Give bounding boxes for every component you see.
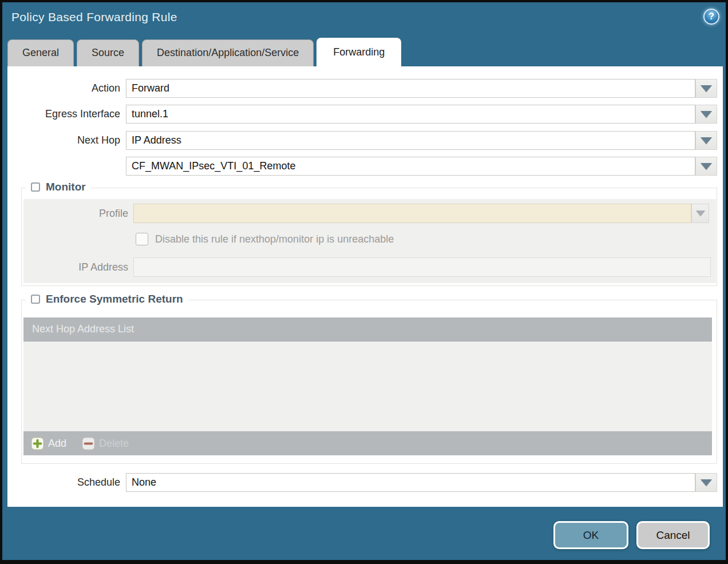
chevron-down-icon xyxy=(696,210,705,216)
disable-rule-label: Disable this rule if nexthop/monitor ip … xyxy=(155,233,394,246)
schedule-value: None xyxy=(132,476,156,488)
next-hop-type-dropdown[interactable]: IP Address xyxy=(126,131,695,150)
monitor-section: Monitor Profile Disable this rule if nex… xyxy=(21,188,717,286)
add-button[interactable]: Add xyxy=(31,437,66,450)
profile-dropdown-button xyxy=(691,204,709,223)
schedule-dropdown-button[interactable] xyxy=(695,473,717,492)
monitor-ip-address-label: IP Address xyxy=(23,257,128,277)
next-hop-label: Next Hop xyxy=(7,131,120,150)
chevron-down-icon xyxy=(701,479,712,486)
forwarding-tab-panel: Action Forward Egress Interface tunnel.1… xyxy=(7,66,723,507)
action-value: Forward xyxy=(132,82,169,94)
next-hop-type-value: IP Address xyxy=(132,134,181,146)
monitor-checkbox[interactable] xyxy=(31,182,40,192)
chevron-down-icon xyxy=(701,111,712,118)
action-label: Action xyxy=(7,79,120,98)
egress-interface-dropdown[interactable]: tunnel.1 xyxy=(126,105,695,124)
egress-interface-label: Egress Interface xyxy=(7,105,120,124)
enforce-symmetric-return-legend: Enforce Symmetric Return xyxy=(26,293,188,305)
ok-button[interactable]: OK xyxy=(553,521,628,549)
chevron-down-icon xyxy=(701,163,712,170)
profile-label: Profile xyxy=(23,204,128,223)
next-hop-address-list-header-label: Next Hop Address List xyxy=(32,323,134,335)
monitor-panel: Profile Disable this rule if nexthop/mon… xyxy=(23,199,716,283)
dialog-title: Policy Based Forwarding Rule xyxy=(11,10,177,24)
action-dropdown[interactable]: Forward xyxy=(126,79,695,98)
help-icon[interactable]: ? xyxy=(703,9,719,25)
next-hop-address-list-toolbar: Add Delete xyxy=(23,431,712,455)
enforce-symmetric-return-checkbox[interactable] xyxy=(31,295,40,304)
schedule-label: Schedule xyxy=(7,473,120,492)
tab-general[interactable]: General xyxy=(7,39,74,66)
monitor-legend-label: Monitor xyxy=(46,181,86,193)
disable-rule-checkbox xyxy=(136,233,148,245)
question-mark-glyph: ? xyxy=(709,11,714,22)
add-icon xyxy=(31,437,44,450)
add-button-label: Add xyxy=(48,438,66,450)
next-hop-address-dropdown-button[interactable] xyxy=(695,157,717,176)
next-hop-address-list-body xyxy=(23,341,712,431)
action-dropdown-button[interactable] xyxy=(695,79,717,98)
next-hop-address-dropdown[interactable]: CF_MWAN_IPsec_VTI_01_Remote xyxy=(126,157,695,176)
delete-icon xyxy=(82,437,95,450)
next-hop-address-list-table: Next Hop Address List Add Delete xyxy=(23,317,712,455)
chevron-down-icon xyxy=(701,137,712,144)
tab-source[interactable]: Source xyxy=(77,39,139,66)
next-hop-address-list-header: Next Hop Address List xyxy=(23,317,712,341)
next-hop-address-value: CF_MWAN_IPsec_VTI_01_Remote xyxy=(132,160,295,172)
egress-interface-value: tunnel.1 xyxy=(132,108,168,120)
tab-destination-application-service[interactable]: Destination/Application/Service xyxy=(142,39,314,66)
tab-bar: General Source Destination/Application/S… xyxy=(7,38,401,66)
delete-button-label: Delete xyxy=(99,438,129,450)
schedule-dropdown[interactable]: None xyxy=(126,473,695,492)
next-hop-type-dropdown-button[interactable] xyxy=(695,131,717,150)
enforce-symmetric-return-legend-label: Enforce Symmetric Return xyxy=(46,293,183,305)
egress-interface-dropdown-button[interactable] xyxy=(695,105,717,124)
delete-button[interactable]: Delete xyxy=(82,437,129,450)
tab-forwarding[interactable]: Forwarding xyxy=(316,38,401,66)
enforce-symmetric-return-section: Enforce Symmetric Return Next Hop Addres… xyxy=(21,300,717,464)
monitor-legend: Monitor xyxy=(26,181,91,193)
monitor-ip-address-input xyxy=(133,257,711,277)
profile-dropdown xyxy=(133,204,691,223)
chevron-down-icon xyxy=(701,85,712,92)
cancel-button[interactable]: Cancel xyxy=(636,521,710,549)
